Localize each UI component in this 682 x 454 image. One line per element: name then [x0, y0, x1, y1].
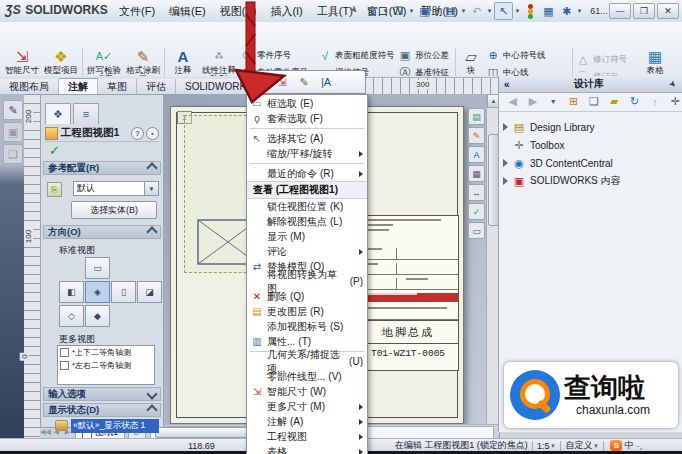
- design-library-toolbar: ◀ ▶ ▼ ⊞ ❏ ▰ ↻ ↑ ✛: [499, 92, 682, 112]
- more-views-item[interactable]: *左右二等角轴测: [58, 359, 154, 372]
- palette-icon-7[interactable]: [468, 222, 485, 239]
- tree-item-toolbox[interactable]: ✛ Toolbox: [503, 136, 679, 154]
- folder-icon[interactable]: ▰: [607, 94, 622, 110]
- collapse-icon[interactable]: «: [499, 79, 515, 90]
- left-toolbar-icon-2[interactable]: ▣: [3, 122, 23, 142]
- menu-item-relations-snaps-options[interactable]: 几何关系/捕捉选项...(U): [247, 354, 367, 369]
- section-orientation[interactable]: 方向(O): [43, 225, 161, 239]
- menu-item-zoom-pan-rotate[interactable]: 缩放/平移/旋转: [247, 146, 367, 161]
- palette-icon-2[interactable]: [468, 127, 485, 144]
- expand-icon[interactable]: [503, 177, 508, 185]
- palette-icon-6[interactable]: [468, 203, 485, 220]
- left-toolbar-icon-3[interactable]: ❏: [3, 144, 23, 164]
- select-bodies-button[interactable]: 选择实体(B): [71, 201, 157, 219]
- view-left-button[interactable]: ◧: [59, 281, 84, 303]
- surface-finish-button[interactable]: √ 表面粗糙度符号: [318, 47, 395, 64]
- section-reference-configuration[interactable]: 参考配置(R): [43, 161, 161, 175]
- maximize-button[interactable]: ❐: [633, 3, 655, 19]
- menu-item-unlock-view-focus[interactable]: 解除视图焦点(L): [247, 214, 367, 229]
- back-icon[interactable]: ◀: [505, 94, 520, 110]
- sheet-scale[interactable]: 1:5: [537, 441, 550, 451]
- checkbox-icon[interactable]: [60, 348, 69, 357]
- menu-item-lasso-select[interactable]: ϙ 套索选取(F): [247, 111, 367, 126]
- menu-item-annotations[interactable]: 注解 (A): [247, 414, 367, 429]
- annotation-pencil-icon[interactable]: ✎: [3, 100, 23, 120]
- pm-tab-properties[interactable]: ❖: [45, 103, 71, 124]
- expand-icon[interactable]: [503, 123, 508, 131]
- menu-item-display[interactable]: 显示(M): [247, 229, 367, 244]
- ctx-note-icon[interactable]: |A: [317, 73, 335, 91]
- section-import-options[interactable]: 输入选项: [43, 387, 161, 401]
- add-to-library-icon[interactable]: ⊞: [566, 94, 581, 110]
- pm-tab-configurations[interactable]: ≡: [73, 103, 99, 124]
- menu-item-add-view-label[interactable]: 添加视图标号(S): [247, 319, 367, 334]
- tab-annotation[interactable]: 注解: [59, 78, 98, 96]
- menu-item-more-dimensions[interactable]: 更多尺寸 (M): [247, 399, 367, 414]
- palette-icon-4[interactable]: [468, 165, 485, 182]
- sogou-ime-icon[interactable]: S: [610, 440, 622, 451]
- menu-item-comment[interactable]: 评论: [247, 244, 367, 259]
- more-views-list[interactable]: *上下二等角轴测 *左右二等角轴测: [57, 345, 155, 385]
- display-state-selected[interactable]: «默认»_显示状态 1: [71, 419, 159, 433]
- pm-ok-check-icon[interactable]: ✓: [49, 143, 60, 158]
- close-button[interactable]: ✕: [657, 3, 679, 19]
- tree-item-3d-contentcentral[interactable]: ◉ 3D ContentCentral: [503, 154, 679, 172]
- tab-sketch[interactable]: 草图: [98, 79, 137, 96]
- view-right-button[interactable]: ▯: [111, 281, 136, 303]
- print-icon[interactable]: ▤: [442, 3, 459, 19]
- undo-icon[interactable]: ↶: [468, 3, 485, 19]
- sheet-nav-first-icon[interactable]: ◀◀: [40, 428, 51, 436]
- expand-icon[interactable]: [503, 159, 508, 167]
- menu-item-smart-dimension[interactable]: ⇲ 智能尺寸(W): [247, 384, 367, 399]
- tab-evaluate[interactable]: 评估: [137, 79, 176, 96]
- revision-symbol-button[interactable]: △ 修订符号: [576, 51, 627, 68]
- menu-edit[interactable]: 编辑(E): [162, 2, 213, 21]
- center-mark-icon: ⊕: [486, 49, 500, 62]
- palette-icon-1[interactable]: [468, 108, 485, 125]
- open-icon[interactable]: ❐: [390, 3, 407, 19]
- performance-icon[interactable]: [522, 3, 539, 19]
- geometric-tolerance-button[interactable]: ▣ 形位公差: [398, 47, 449, 64]
- ime-punct-icon[interactable]: ·,: [636, 441, 642, 451]
- save-icon[interactable]: ▣: [416, 3, 433, 19]
- up-level-icon[interactable]: ↑: [647, 94, 662, 110]
- palette-icon-5[interactable]: [468, 184, 485, 201]
- center-mark-button[interactable]: ⊕ 中心符号线: [486, 47, 565, 64]
- checkbox-icon[interactable]: [60, 361, 69, 370]
- menu-item-convert-view-to-sketch[interactable]: 将视图转换为草图(P): [247, 274, 367, 289]
- menu-item-change-layer[interactable]: ▤ 更改图层(R): [247, 304, 367, 319]
- tab-view-layout[interactable]: 视图布局: [0, 79, 59, 96]
- view-top-button[interactable]: ▭: [85, 257, 110, 279]
- menu-item-component-line-font[interactable]: 零部件线型...(V): [247, 369, 367, 384]
- menu-item-lock-view-position[interactable]: 锁住视图位置(K): [247, 199, 367, 214]
- history-caret-icon[interactable]: ▼: [546, 94, 561, 110]
- menu-item-select-other[interactable]: ↖ 选择其它(A): [247, 131, 367, 146]
- menu-item-recent-commands[interactable]: 最近的命令 (R): [247, 166, 367, 181]
- view-isometric-button[interactable]: ◇: [59, 305, 84, 327]
- section-display-states[interactable]: 显示状态(D): [43, 403, 161, 417]
- options-gear-icon[interactable]: ✱: [558, 3, 575, 19]
- refresh-icon[interactable]: ↻: [627, 94, 642, 110]
- tree-item-solidworks-content[interactable]: ▣ SOLIDWORKS 内容: [503, 172, 679, 190]
- more-views-item[interactable]: *上下二等角轴测: [58, 346, 154, 359]
- view-dimetric-button[interactable]: ◆: [85, 305, 110, 327]
- new-document-icon[interactable]: 🗋: [364, 3, 381, 19]
- toolbox-bolt-icon[interactable]: ✛: [668, 94, 682, 110]
- pm-help-icon[interactable]: ?: [131, 127, 144, 140]
- menu-file[interactable]: 文件(F): [112, 2, 162, 21]
- dropdown-caret-icon[interactable]: ▼: [144, 182, 158, 195]
- display-state-row[interactable]: «默认»_显示状态 1: [55, 419, 159, 432]
- tree-item-design-library[interactable]: ▤ Design Library: [503, 118, 679, 136]
- evaluate-table-icon[interactable]: ▦: [540, 3, 557, 19]
- forward-icon[interactable]: ▶: [525, 94, 540, 110]
- view-front-button[interactable]: ◈: [85, 281, 110, 303]
- minimize-button[interactable]: —: [609, 3, 631, 19]
- view-back-button[interactable]: ◪: [137, 281, 162, 303]
- configuration-dropdown[interactable]: 默认 ▼: [73, 181, 159, 196]
- select-arrow-icon[interactable]: ↖: [494, 2, 513, 20]
- palette-icon-3[interactable]: [468, 146, 485, 163]
- menu-item-tables[interactable]: 表格: [247, 444, 367, 454]
- menu-item-drawing-views[interactable]: 工程视图: [247, 429, 367, 444]
- add-file-location-icon[interactable]: ❏: [586, 94, 601, 110]
- pm-pin-icon[interactable]: •: [146, 127, 159, 140]
